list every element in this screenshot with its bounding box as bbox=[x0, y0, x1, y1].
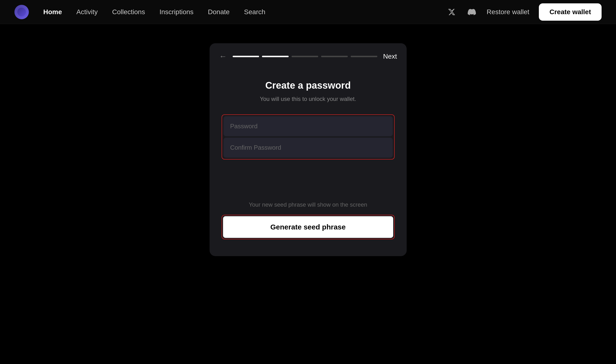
nav-link-activity[interactable]: Activity bbox=[77, 8, 98, 16]
seed-info-text: Your new seed phrase will show on the sc… bbox=[222, 200, 395, 209]
nav-link-home[interactable]: Home bbox=[43, 8, 62, 16]
restore-wallet-link[interactable]: Restore wallet bbox=[487, 8, 529, 16]
modal-bottom-padding bbox=[222, 239, 395, 244]
progress-segment-4 bbox=[321, 56, 348, 57]
modal-header: ← Next bbox=[210, 43, 407, 65]
modal-card: BLOCKBEATS ← Next Create a password You … bbox=[210, 43, 407, 256]
password-input[interactable] bbox=[223, 116, 393, 136]
modal-body: Create a password You will use this to u… bbox=[210, 65, 407, 256]
modal-spacer bbox=[222, 171, 395, 200]
nav-link-collections[interactable]: Collections bbox=[112, 8, 145, 16]
main-content: BLOCKBEATS ← Next Create a password You … bbox=[0, 24, 616, 364]
next-button[interactable]: Next bbox=[383, 53, 397, 60]
nav-links: Home Activity Collections Inscriptions D… bbox=[43, 8, 446, 16]
nav-right: Restore wallet Create wallet bbox=[446, 3, 602, 21]
progress-segment-1 bbox=[233, 56, 259, 57]
logo[interactable] bbox=[14, 5, 29, 19]
confirm-password-input[interactable] bbox=[223, 138, 393, 158]
nav-link-inscriptions[interactable]: Inscriptions bbox=[159, 8, 194, 16]
nav-link-donate[interactable]: Donate bbox=[208, 8, 230, 16]
nav-link-search[interactable]: Search bbox=[244, 8, 265, 16]
progress-segment-3 bbox=[291, 56, 318, 57]
password-fields-container bbox=[222, 114, 395, 159]
progress-bars bbox=[233, 56, 377, 57]
twitter-icon[interactable] bbox=[446, 7, 457, 17]
discord-icon[interactable] bbox=[467, 7, 477, 17]
progress-segment-2 bbox=[262, 56, 289, 57]
progress-segment-5 bbox=[351, 56, 377, 57]
navbar: Home Activity Collections Inscriptions D… bbox=[0, 0, 616, 24]
create-wallet-button[interactable]: Create wallet bbox=[539, 3, 602, 21]
generate-seed-phrase-button[interactable]: Generate seed phrase bbox=[223, 216, 393, 238]
back-button[interactable]: ← bbox=[219, 52, 227, 61]
logo-inner bbox=[17, 8, 26, 16]
modal-subtitle: You will use this to unlock your wallet. bbox=[222, 96, 395, 102]
generate-btn-container: Generate seed phrase bbox=[222, 215, 395, 239]
modal-title: Create a password bbox=[222, 80, 395, 91]
